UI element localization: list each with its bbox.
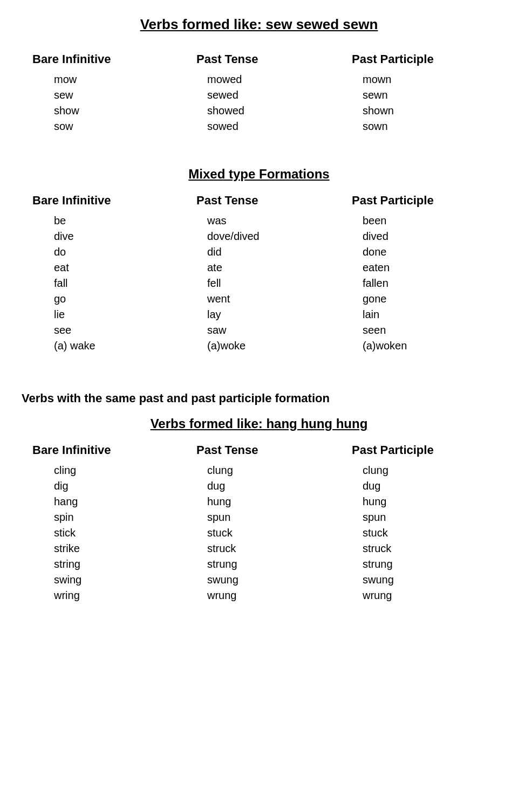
section2-title: Mixed type Formations [22,167,496,182]
participle-cell: been [330,213,496,229]
past-cell: spun [164,510,330,525]
participle-cell: stuck [330,525,496,541]
participle-cell: (a)woken [330,338,496,354]
table-row: strike struck struck [22,541,496,556]
participle-cell: dived [330,229,496,244]
participle-cell: gone [330,291,496,307]
section4-header-participle: Past Participle [330,440,496,463]
bare-cell: sew [22,87,164,103]
participle-cell: dug [330,478,496,494]
table-row: spin spun spun [22,510,496,525]
past-cell: fell [164,276,330,291]
section2-table: Bare Infinitive Past Tense Past Particip… [22,190,496,354]
past-cell: (a)woke [164,338,330,354]
table-row: (a) wake (a)woke (a)woken [22,338,496,354]
participle-cell: done [330,244,496,260]
table-row: do did done [22,244,496,260]
section1-header-bare: Bare Infinitive [22,49,164,72]
section2-header-participle: Past Participle [330,190,496,213]
bare-cell: show [22,103,164,119]
table-row: fall fell fallen [22,276,496,291]
participle-cell: strung [330,556,496,572]
table-row: string strung strung [22,556,496,572]
past-cell: ate [164,260,330,276]
table-row: be was been [22,213,496,229]
section2-header-past: Past Tense [164,190,330,213]
table-row: sow sowed sown [22,119,496,134]
table-row: mow mowed mown [22,72,496,87]
bare-cell: spin [22,510,164,525]
bare-cell: cling [22,463,164,478]
bare-cell: string [22,556,164,572]
past-cell: hung [164,494,330,510]
table-row: show showed shown [22,103,496,119]
bare-cell: swing [22,572,164,588]
bare-cell: strike [22,541,164,556]
section3-heading: Verbs with the same past and past partic… [22,391,496,405]
participle-cell: fallen [330,276,496,291]
participle-cell: shown [330,103,496,119]
past-cell: sewed [164,87,330,103]
participle-cell: swung [330,572,496,588]
bare-cell: sow [22,119,164,134]
participle-cell: mown [330,72,496,87]
section1-header-participle: Past Participle [330,49,496,72]
table-row: stick stuck stuck [22,525,496,541]
table-row: eat ate eaten [22,260,496,276]
past-cell: sowed [164,119,330,134]
section4-header-past: Past Tense [164,440,330,463]
table-row: hang hung hung [22,494,496,510]
section1-table: Bare Infinitive Past Tense Past Particip… [22,49,496,134]
table-row: dig dug dug [22,478,496,494]
past-cell: clung [164,463,330,478]
section4-header-bare: Bare Infinitive [22,440,164,463]
table-row: cling clung clung [22,463,496,478]
past-cell: swung [164,572,330,588]
table-row: dive dove/dived dived [22,229,496,244]
past-cell: was [164,213,330,229]
bare-cell: dive [22,229,164,244]
bare-cell: (a) wake [22,338,164,354]
bare-cell: mow [22,72,164,87]
section1-header-past: Past Tense [164,49,330,72]
past-cell: strung [164,556,330,572]
participle-cell: hung [330,494,496,510]
past-cell: did [164,244,330,260]
bare-cell: do [22,244,164,260]
bare-cell: eat [22,260,164,276]
table-row: lie lay lain [22,307,496,322]
bare-cell: stick [22,525,164,541]
past-cell: dove/dived [164,229,330,244]
participle-cell: seen [330,322,496,338]
bare-cell: dig [22,478,164,494]
participle-cell: struck [330,541,496,556]
bare-cell: wring [22,588,164,603]
bare-cell: fall [22,276,164,291]
past-cell: lay [164,307,330,322]
participle-cell: wrung [330,588,496,603]
past-cell: mowed [164,72,330,87]
past-cell: showed [164,103,330,119]
bare-cell: lie [22,307,164,322]
table-row: wring wrung wrung [22,588,496,603]
table-row: swing swung swung [22,572,496,588]
participle-cell: clung [330,463,496,478]
table-row: go went gone [22,291,496,307]
section2-header-bare: Bare Infinitive [22,190,164,213]
past-cell: stuck [164,525,330,541]
participle-cell: sewn [330,87,496,103]
table-row: sew sewed sewn [22,87,496,103]
participle-cell: spun [330,510,496,525]
participle-cell: sown [330,119,496,134]
participle-cell: lain [330,307,496,322]
section4-table: Bare Infinitive Past Tense Past Particip… [22,440,496,603]
past-cell: saw [164,322,330,338]
participle-cell: eaten [330,260,496,276]
past-cell: wrung [164,588,330,603]
past-cell: struck [164,541,330,556]
table-row: see saw seen [22,322,496,338]
bare-cell: be [22,213,164,229]
section4-title: Verbs formed like: hang hung hung [22,416,496,431]
bare-cell: see [22,322,164,338]
bare-cell: hang [22,494,164,510]
